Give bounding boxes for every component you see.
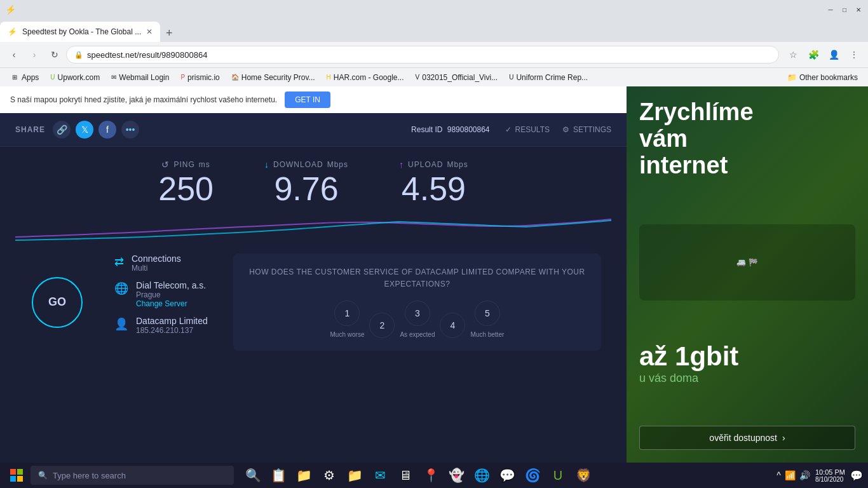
taskbar-monitor-app[interactable]: 🖥	[394, 464, 417, 487]
reload-button[interactable]: ↻	[46, 46, 64, 64]
survey-option-2: 2	[369, 313, 395, 338]
bookmark-apps[interactable]: ⊞ Apps	[5, 72, 44, 83]
share-more-button[interactable]: •••	[121, 121, 139, 139]
share-label: SHARE	[15, 125, 45, 134]
title-bar: ⚡ ─ □ ✕	[0, 0, 868, 19]
share-bar: SHARE 🔗 𝕏 f ••• Result ID 9890800864 ✓ R…	[0, 113, 627, 147]
taskbar-folder-app[interactable]: 📁	[343, 464, 366, 487]
share-twitter-button[interactable]: 𝕏	[76, 121, 93, 139]
result-id-label: Result ID	[411, 125, 442, 134]
taskbar-chrome-app[interactable]: 🌐	[470, 464, 493, 487]
tab-bar: ⚡ Speedtest by Ookla - The Global ... ✕ …	[0, 19, 868, 42]
banner-cta-button[interactable]: GET IN	[285, 92, 330, 108]
host-name: Datacamp Limited	[136, 316, 208, 326]
profile-icon[interactable]: 👤	[825, 46, 843, 64]
notification-icon[interactable]: 💬	[850, 470, 863, 482]
close-button[interactable]: ✕	[854, 5, 863, 14]
results-link[interactable]: ✓ RESULTS	[505, 125, 550, 134]
home-security-icon: 🏠	[231, 74, 239, 81]
bookmark-webmail-label: Webmail Login	[119, 73, 169, 82]
bookmark-uniform-label: Uniform Crime Rep...	[516, 73, 588, 82]
ad-image-placeholder: 🚐 🏁	[639, 224, 855, 301]
share-facebook-button[interactable]: f	[98, 121, 116, 139]
active-tab[interactable]: ⚡ Speedtest by Ookla - The Global ... ✕	[0, 22, 160, 42]
minimize-button[interactable]: ─	[826, 5, 835, 14]
taskbar-extra-app[interactable]: 🦁	[572, 464, 595, 487]
svg-rect-2	[10, 476, 16, 482]
survey-btn-2[interactable]: 2	[369, 313, 395, 338]
survey-option-5: 5 Much better	[470, 301, 504, 338]
ad-cta-button[interactable]: ověřit dostupnost ›	[639, 426, 855, 450]
settings-link[interactable]: ⚙ SETTINGS	[562, 125, 611, 134]
start-button[interactable]	[5, 464, 28, 487]
taskbar-settings-app[interactable]: ⚙	[318, 464, 341, 487]
date: 8/10/2020	[815, 476, 845, 483]
survey-option-4: 4	[440, 313, 465, 338]
tab-close-button[interactable]: ✕	[146, 27, 153, 36]
server-info: ⇄ Connections Multi 🌐 Dial Telecom, a.s.…	[114, 254, 208, 351]
upload-value: 4.59	[399, 172, 468, 205]
taskbar-ghost-app[interactable]: 👻	[445, 464, 468, 487]
survey-btn-5[interactable]: 5	[475, 301, 500, 326]
person-icon: 👤	[114, 317, 128, 331]
chevron-up-icon[interactable]: ^	[776, 470, 781, 480]
bookmark-uniform[interactable]: U Uniform Crime Rep...	[504, 72, 593, 83]
survey-btn-1[interactable]: 1	[334, 301, 360, 326]
host-item: 👤 Datacamp Limited 185.246.210.137	[114, 316, 208, 335]
webmail-icon: ✉	[111, 74, 116, 81]
download-label: DOWNLOAD	[273, 160, 323, 169]
volume-icon[interactable]: 🔊	[799, 470, 810, 480]
forward-button[interactable]: ›	[25, 46, 43, 64]
taskbar-apps: 🔍 📋 📁 ⚙ 📁 ✉ 🖥 📍 👻 🌐 💬 🌀 U 🦁	[241, 464, 595, 487]
bookmarks-bar: ⊞ Apps U Upwork.com ✉ Webmail Login P pr…	[0, 67, 868, 86]
taskbar-upwork-app[interactable]: U	[546, 464, 569, 487]
go-button[interactable]: GO	[32, 277, 83, 328]
bookmark-032015-label: 032015_Official_Vivi...	[422, 73, 498, 82]
survey-btn-3[interactable]: 3	[405, 301, 430, 326]
clock[interactable]: 10:05 PM 8/10/2020	[815, 468, 845, 483]
survey-label-middle: As expected	[400, 331, 435, 338]
host-ip: 185.246.210.137	[136, 326, 208, 335]
network-icon[interactable]: 📶	[785, 470, 796, 480]
other-bookmarks-label: Other bookmarks	[799, 73, 858, 82]
address-box[interactable]: 🔒 speedtest.net/result/9890800864	[66, 46, 779, 64]
maximize-button[interactable]: □	[840, 5, 849, 14]
bookmark-har[interactable]: H HAR.com - Google...	[322, 72, 409, 83]
tab-favicon: ⚡	[8, 27, 17, 36]
taskbar-skype-app[interactable]: 💬	[496, 464, 519, 487]
bookmark-upwork[interactable]: U Upwork.com	[45, 72, 105, 83]
survey-label-left: Much worse	[330, 331, 365, 338]
server-item: 🌐 Dial Telecom, a.s. Prague Change Serve…	[114, 280, 208, 308]
back-button[interactable]: ‹	[5, 46, 23, 64]
taskbar-maps-app[interactable]: 📍	[419, 464, 442, 487]
star-icon[interactable]: ☆	[784, 46, 802, 64]
share-link-button[interactable]: 🔗	[53, 121, 71, 139]
ping-value: 250	[158, 172, 214, 205]
bookmark-webmail[interactable]: ✉ Webmail Login	[106, 72, 174, 83]
taskbar-mail-app[interactable]: ✉	[369, 464, 391, 487]
032015-icon: V	[416, 74, 420, 81]
change-server-link[interactable]: Change Server	[136, 299, 206, 308]
taskbar-timeline-app[interactable]: 📋	[267, 464, 290, 487]
extensions-icon[interactable]: 🧩	[804, 46, 822, 64]
info-row: GO ⇄ Connections Multi 🌐 Dial Telecom, a…	[0, 243, 627, 361]
menu-icon[interactable]: ⋮	[845, 46, 863, 64]
survey-btn-4[interactable]: 4	[440, 313, 465, 338]
bookmark-032015[interactable]: V 032015_Official_Vivi...	[410, 72, 503, 83]
taskbar-files-app[interactable]: 📁	[292, 464, 315, 487]
download-metric: ↓ DOWNLOAD Mbps 9.76	[264, 159, 348, 205]
bookmark-home-security[interactable]: 🏠 Home Security Prov...	[226, 72, 320, 83]
ping-label-row: ↺ PING ms	[158, 159, 214, 170]
upload-icon: ↑	[399, 159, 404, 170]
globe-icon: 🌐	[114, 281, 128, 295]
connections-icon: ⇄	[114, 255, 124, 269]
other-bookmarks[interactable]: 📁 Other bookmarks	[782, 72, 863, 83]
svg-rect-1	[17, 469, 23, 475]
svg-rect-0	[10, 469, 16, 475]
taskbar-edge-app[interactable]: 🌀	[521, 464, 544, 487]
bookmark-prismic[interactable]: P prismic.io	[175, 72, 224, 83]
new-tab-button[interactable]: +	[160, 24, 178, 42]
taskbar-search[interactable]: 🔍 Type here to search	[31, 466, 234, 485]
taskbar-search-app[interactable]: 🔍	[241, 464, 264, 487]
survey-box: HOW DOES THE CUSTOMER SERVICE OF DATACAM…	[233, 254, 601, 351]
